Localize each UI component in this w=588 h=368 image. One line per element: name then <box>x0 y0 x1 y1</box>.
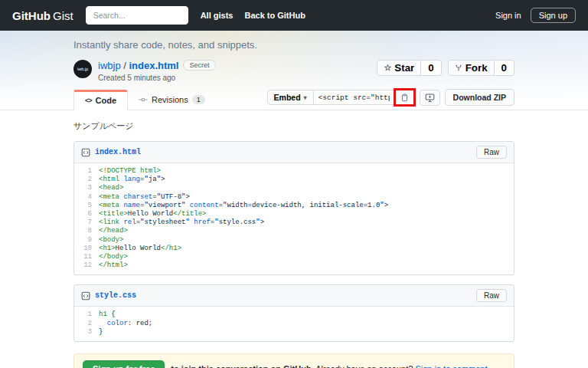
code-text: </head> <box>99 227 128 235</box>
raw-button[interactable]: Raw <box>476 289 507 302</box>
fork-icon <box>455 64 462 72</box>
github-gist-logo[interactable]: GitHubGist <box>12 9 74 22</box>
logo-gist-text: Gist <box>53 9 74 22</box>
fork-label: Fork <box>466 62 488 74</box>
file-code-icon <box>81 148 90 157</box>
code-text: <meta charset="UTF-8"> <box>99 193 190 202</box>
line-number[interactable]: 7 <box>74 219 99 227</box>
code-line: 1<!DOCTYPE html> <box>74 167 514 176</box>
tab-revisions-label: Revisions <box>152 95 188 104</box>
commit-icon <box>139 95 148 104</box>
code-line: 2 color: red; <box>74 320 514 328</box>
avatar[interactable]: iwb.jp <box>74 60 92 78</box>
caret-down-icon: ▾ <box>304 94 307 101</box>
code-line: 4<meta charset="UTF-8"> <box>74 193 514 202</box>
line-number[interactable]: 3 <box>74 184 99 192</box>
code-line: 10<h1>Hello World</h1> <box>74 245 514 253</box>
comment-banner-text: to join this conversation on GitHub. Alr… <box>171 364 487 368</box>
star-button[interactable]: ☆ Star <box>377 60 421 76</box>
sign-in-to-comment-link[interactable]: Sign in to comment <box>415 364 487 368</box>
path-separator: / <box>121 60 129 71</box>
file-name[interactable]: index.html <box>95 148 141 156</box>
code-line: 7<link rel="stylesheet" href="style.css"… <box>74 219 514 227</box>
banner-regular-text: . Already have an account? <box>312 364 416 368</box>
raw-button[interactable]: Raw <box>476 146 507 159</box>
toolbar: Embed ▾ Download ZIP <box>267 89 514 106</box>
gist-hero-section: Instantly share code, notes, and snippet… <box>0 31 588 110</box>
tabs: <> Code Revisions 1 <box>74 90 216 110</box>
gist-meta: iwbjp / index.htmlSecret Created 5 minut… <box>98 60 216 82</box>
download-zip-button[interactable]: Download ZIP <box>445 89 514 106</box>
sign-in-link[interactable]: Sign in <box>495 11 521 20</box>
code-text: } <box>99 328 103 337</box>
gist-name-link[interactable]: index.html <box>129 60 178 71</box>
embed-group: Embed ▾ <box>267 90 415 105</box>
code-line: 3} <box>74 328 514 337</box>
line-number[interactable]: 8 <box>74 227 99 235</box>
code-line: 8</head> <box>74 227 514 235</box>
code-text: <title>Hello World</title> <box>99 210 206 219</box>
gist-owner-block: iwb.jp iwbjp / index.htmlSecret Created … <box>74 60 216 82</box>
code-line: 3<head> <box>74 184 514 192</box>
line-number[interactable]: 5 <box>74 202 99 210</box>
gist-owner-link[interactable]: iwbjp <box>98 60 121 71</box>
nav-all-gists[interactable]: All gists <box>201 11 234 20</box>
nav-back-to-github[interactable]: Back to GitHub <box>244 11 305 20</box>
code-text: <body> <box>99 236 123 245</box>
line-number[interactable]: 1 <box>74 167 99 176</box>
code-text: </body> <box>99 253 128 261</box>
logo-github-text: GitHub <box>12 9 51 22</box>
line-number[interactable]: 4 <box>74 193 99 202</box>
star-split-button: ☆ Star 0 <box>377 60 441 76</box>
star-icon: ☆ <box>384 63 391 73</box>
fork-split-button: Fork 0 <box>448 60 514 76</box>
code-line: 5<meta name="viewport" content="width=de… <box>74 202 514 210</box>
code-line: 2<html lang="ja"> <box>74 176 514 184</box>
search-input[interactable] <box>86 6 188 25</box>
embed-dropdown[interactable]: Embed ▾ <box>267 90 314 105</box>
embed-label: Embed <box>274 93 301 102</box>
file-header: index.html Raw <box>74 142 514 163</box>
copy-to-clipboard-button[interactable] <box>395 90 415 105</box>
line-number[interactable]: 1 <box>74 310 99 319</box>
line-number[interactable]: 2 <box>74 320 99 328</box>
star-label: Star <box>394 62 414 74</box>
line-number[interactable]: 11 <box>74 253 99 261</box>
tab-code-label: Code <box>96 96 117 105</box>
code-text: <h1>Hello World</h1> <box>99 245 181 253</box>
file-box-index-html: index.html Raw 1<!DOCTYPE html>2<html la… <box>74 141 514 275</box>
social-buttons: ☆ Star 0 Fork 0 <box>377 60 514 76</box>
star-count[interactable]: 0 <box>421 60 441 76</box>
gist-title: iwbjp / index.htmlSecret <box>98 60 216 71</box>
line-number[interactable]: 3 <box>74 328 99 337</box>
sign-up-button[interactable]: Sign up <box>531 8 576 23</box>
gist-head: iwb.jp iwbjp / index.htmlSecret Created … <box>74 60 514 82</box>
desktop-download-icon <box>425 93 435 103</box>
desktop-download-button[interactable] <box>420 90 440 106</box>
top-nav: All gists Back to GitHub <box>201 11 305 20</box>
tab-code[interactable]: <> Code <box>74 90 128 110</box>
code-text: h1 { <box>99 310 116 319</box>
code-text: <html lang="ja"> <box>99 176 165 184</box>
line-number[interactable]: 12 <box>74 261 99 270</box>
fork-button[interactable]: Fork <box>448 60 495 76</box>
line-number[interactable]: 10 <box>74 245 99 253</box>
comment-signup-banner: Sign up for free to join this conversati… <box>74 353 514 368</box>
tab-revisions[interactable]: Revisions 1 <box>128 90 216 110</box>
code-line: 11</body> <box>74 253 514 261</box>
gist-description: サンプルページ <box>74 120 514 132</box>
line-number[interactable]: 6 <box>74 210 99 219</box>
site-header: GitHubGist All gists Back to GitHub Sign… <box>0 0 588 31</box>
code-text: <head> <box>99 184 123 192</box>
fork-count[interactable]: 0 <box>495 60 514 76</box>
code-table: 1<!DOCTYPE html>2<html lang="ja">3<head>… <box>74 163 514 274</box>
line-number[interactable]: 2 <box>74 176 99 184</box>
embed-url-input[interactable] <box>314 90 395 105</box>
header-right: Sign in Sign up <box>495 8 576 23</box>
line-number[interactable]: 9 <box>74 236 99 245</box>
banner-bold-text: to join this conversation on GitHub <box>171 364 311 368</box>
sign-up-for-free-button[interactable]: Sign up for free <box>83 360 165 368</box>
code-line: 6<title>Hello World</title> <box>74 210 514 219</box>
file-name[interactable]: style.css <box>95 291 136 300</box>
code-text: <link rel="stylesheet" href="style.css"> <box>99 219 264 227</box>
